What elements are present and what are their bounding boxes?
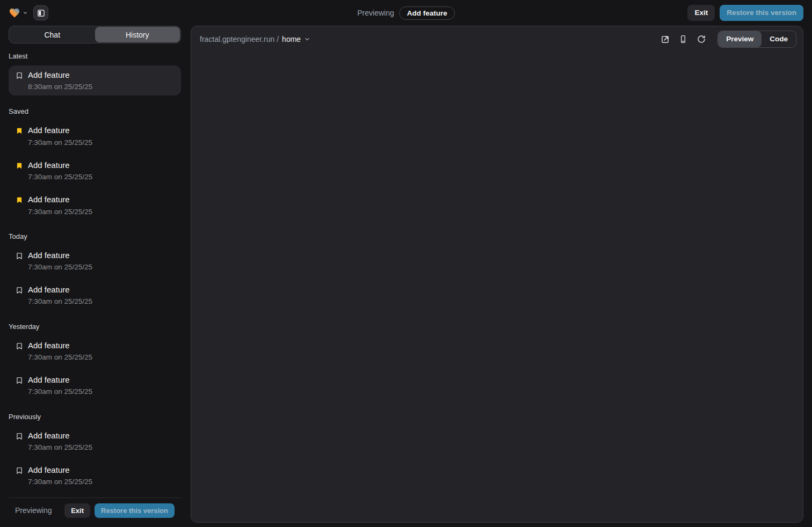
exit-button[interactable]: Exit [687, 5, 715, 21]
preview-viewport [191, 52, 803, 522]
history-item-time: 7:30am on 25/25/25 [28, 297, 92, 306]
tab-preview[interactable]: Preview [718, 31, 762, 47]
history-item-title: Add feature [28, 160, 92, 171]
mobile-preview-icon [679, 35, 687, 43]
history-item-title: Add feature [28, 70, 92, 80]
history-item[interactable]: Add feature7:30am on 25/25/25 [9, 426, 181, 456]
history-item-title: Add feature [28, 194, 92, 205]
previewing-status-label: Previewing [357, 9, 394, 17]
panel-left-icon [37, 9, 45, 17]
sidebar-footer: Previewing Exit Restore this version [9, 497, 181, 523]
history-item[interactable]: Add feature7:30am on 25/25/25 [9, 246, 181, 276]
bookmark-filled-icon [15, 162, 24, 170]
bookmark-outline-icon [15, 286, 24, 295]
bookmark-outline-icon [15, 71, 24, 80]
tab-chat[interactable]: Chat [10, 27, 95, 42]
history-sidebar: Chat History LatestAdd feature8:30am on … [9, 26, 181, 523]
bookmark-outline-icon [15, 342, 24, 350]
history-item[interactable]: Add feature7:30am on 25/25/25 [9, 280, 181, 310]
restore-version-button[interactable]: Restore this version [95, 503, 175, 518]
bookmark-outline-icon [15, 376, 24, 385]
preview-panel-header: fractal.gptengineer.run / home [191, 26, 803, 52]
bookmark-filled-icon [15, 196, 24, 204]
version-badge: Add feature [400, 6, 455, 20]
preview-panel: fractal.gptengineer.run / home [191, 26, 803, 523]
history-item-time: 7:30am on 25/25/25 [28, 387, 92, 396]
history-item[interactable]: Add feature7:30am on 25/25/25 [9, 121, 181, 151]
preview-url-page: home [282, 35, 301, 43]
app-logo-menu[interactable] [9, 7, 28, 19]
section-label: Saved [9, 107, 181, 115]
history-item-title: Add feature [28, 340, 92, 351]
history-item-time: 7:30am on 25/25/25 [28, 443, 92, 452]
mobile-preview-button[interactable] [676, 32, 691, 47]
bookmark-outline-icon [15, 466, 24, 475]
preview-url-prefix: fractal.gptengineer.run / [200, 35, 279, 43]
heart-logo-icon [9, 7, 20, 19]
preview-url-selector[interactable]: fractal.gptengineer.run / home [200, 35, 310, 43]
preview-code-switcher: Preview Code [717, 31, 796, 48]
history-item[interactable]: Add feature7:30am on 25/25/25 [9, 370, 181, 400]
history-item-title: Add feature [28, 250, 92, 261]
history-item-time: 7:30am on 25/25/25 [28, 173, 92, 181]
section-label: Latest [9, 52, 181, 60]
history-item-time: 8:30am on 25/25/25 [28, 83, 92, 91]
open-in-new-tab-button[interactable] [657, 32, 672, 47]
tab-history[interactable]: History [95, 27, 180, 42]
bookmark-outline-icon [15, 432, 24, 441]
history-item-title: Add feature [28, 465, 92, 475]
history-item[interactable]: Add feature7:30am on 25/25/25 [9, 460, 181, 491]
history-item-time: 7:30am on 25/25/25 [28, 208, 92, 216]
refresh-icon [697, 35, 706, 43]
sidebar-toggle-button[interactable] [33, 5, 48, 20]
exit-button[interactable]: Exit [64, 503, 90, 518]
sidebar-tab-switcher: Chat History [9, 26, 181, 43]
bookmark-outline-icon [15, 252, 24, 260]
previewing-status-label: Previewing [15, 506, 52, 515]
history-item-title: Add feature [28, 125, 92, 136]
open-in-new-tab-icon [661, 35, 670, 44]
history-item[interactable]: Add feature7:30am on 25/25/25 [9, 336, 181, 366]
topbar: Previewing Add feature Exit Restore this… [0, 0, 812, 26]
history-item[interactable]: Add feature7:30am on 25/25/25 [9, 156, 181, 186]
history-item-time: 7:30am on 25/25/25 [28, 478, 92, 486]
section-label: Previously [9, 413, 181, 421]
tab-code[interactable]: Code [762, 31, 796, 47]
history-item-title: Add feature [28, 375, 92, 385]
history-item-title: Add feature [28, 284, 92, 295]
history-item-time: 7:30am on 25/25/25 [28, 138, 92, 147]
history-item-time: 7:30am on 25/25/25 [28, 353, 92, 362]
history-sections: LatestAdd feature8:30am on 25/25/25Saved… [9, 43, 181, 497]
restore-version-button[interactable]: Restore this version [720, 5, 803, 21]
chevron-down-icon [23, 10, 28, 16]
history-item[interactable]: Add feature7:30am on 25/25/25 [9, 190, 181, 220]
section-label: Yesterday [9, 323, 181, 331]
history-item[interactable]: Add feature8:30am on 25/25/25 [9, 65, 181, 96]
chevron-down-icon [304, 36, 310, 42]
refresh-button[interactable] [694, 32, 709, 47]
section-label: Today [9, 232, 181, 240]
history-item-time: 7:30am on 25/25/25 [28, 263, 92, 272]
history-item-title: Add feature [28, 430, 92, 441]
bookmark-filled-icon [15, 127, 24, 135]
